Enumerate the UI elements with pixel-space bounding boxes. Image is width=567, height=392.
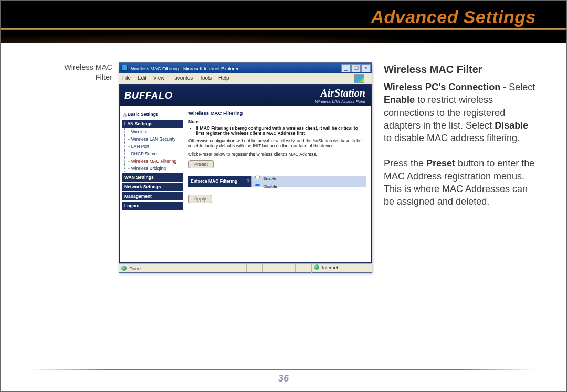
ie-menubar: File Edit View Favorites Tools Help [119,73,372,85]
sidebar-item-lan-port[interactable]: LAN Port [122,143,183,150]
header-rule [1,28,566,30]
sidebar-group-lan[interactable]: LAN Settings [122,120,183,128]
note-p2: Otherwise configuration will not be poss… [188,138,366,149]
sidebar-item-mac-filtering[interactable]: Wireless MAC Filtering [122,157,183,165]
header-rule-2 [1,31,566,31]
figure-caption-l2: Filter [96,73,112,81]
page-title: Advanced Settings [371,7,536,27]
status-seg-2 [262,264,279,272]
status-zone: Internet [322,265,339,270]
description-column: Wireless MAC Filter Wireless PC's Connec… [384,62,536,221]
status-zone-cell: Internet [311,263,372,273]
ie-statusbar: Done Internet [119,263,372,272]
router-header: BUFFALO AirStation Wireless LAN Access P… [120,85,371,106]
browser-window: Wireless MAC Filtering - Microsoft Inter… [119,62,372,273]
main-heading: Wireless MAC Filtering [188,110,366,116]
desc-heading: Wireless MAC Filter [384,62,536,77]
window-min-button[interactable]: _ [341,64,351,72]
menu-favorites[interactable]: Favorites [171,75,193,81]
sidebar-item-bridging[interactable]: Wireless Bridging [122,165,183,172]
enforce-label: Enforce MAC Filtering [191,178,237,184]
product-name: AirStation [314,87,365,99]
footer-rule [31,369,536,370]
figure-caption: Wireless MAC Filter [41,62,112,82]
sidebar: Basic Settings LAN Settings Wireless Wir… [120,107,184,262]
enforce-row: Enforce MAC Filtering ? Enable Disable [188,176,366,187]
desc-subhead: Wireless PC's Connection [384,82,500,92]
window-close-button[interactable]: × [361,64,371,72]
sidebar-item-wlan-security[interactable]: Wireless LAN Security [122,135,183,143]
preset-button[interactable]: Preset [188,160,214,168]
router-main: Wireless MAC Filtering Note: If MAC Filt… [184,107,371,262]
zone-icon [314,264,319,270]
status-seg-3 [279,264,295,272]
sidebar-group-wan[interactable]: WAN Settings [122,173,183,182]
sidebar-group-logout[interactable]: Logout [122,202,183,210]
sidebar-item-wireless[interactable]: Wireless [122,128,183,135]
window-max-button[interactable]: ❐ [351,64,361,72]
apply-button[interactable]: Apply [188,195,212,203]
globe-icon [121,266,127,271]
note-p3: Click Preset below to regester the wirel… [188,152,366,157]
router-ui: BUFFALO AirStation Wireless LAN Access P… [119,84,372,263]
product-logo: AirStation Wireless LAN Access Point [314,87,365,104]
menu-file[interactable]: File [122,75,131,81]
page-header: Advanced Settings [1,1,566,43]
note-label: Note: [188,119,366,124]
status-done: Done [130,266,141,271]
page-number: 36 [1,373,566,384]
header-glow [1,33,566,43]
status-seg-1 [246,264,262,272]
brand-logo: BUFFALO [124,90,173,101]
ie-flag-icon [354,74,364,83]
sidebar-basic-settings[interactable]: Basic Settings [122,110,183,119]
radio-disable[interactable]: Disable [254,182,364,189]
figure-caption-l1: Wireless MAC [64,63,112,71]
menu-view[interactable]: View [153,75,165,81]
ie-icon [121,65,128,71]
menu-tools[interactable]: Tools [200,75,212,81]
desc-block-1: Wireless PC's Connection - Select Enable… [384,81,536,144]
window-title: Wireless MAC Filtering - Microsoft Inter… [131,66,239,71]
desc-block-2: Press the Preset button to enter the MAC… [384,157,536,208]
status-seg-4 [295,264,311,272]
help-icon[interactable]: ? [246,178,250,184]
note-block: Note: If MAC Filtering is being configur… [188,119,366,157]
sidebar-item-dhcp[interactable]: DHCP Server [122,150,183,157]
menu-help[interactable]: Help [218,75,229,81]
enforce-label-cell: Enforce MAC Filtering ? [188,176,251,187]
sidebar-group-management[interactable]: Management [122,192,183,200]
note-bullet-1: If MAC Filtering is being configured wit… [196,125,366,136]
ie-titlebar: Wireless MAC Filtering - Microsoft Inter… [119,63,372,73]
sidebar-group-network[interactable]: Network Settings [122,183,183,191]
menu-edit[interactable]: Edit [138,75,146,81]
product-tagline: Wireless LAN Access Point [314,99,365,104]
radio-enable[interactable]: Enable [254,174,364,182]
